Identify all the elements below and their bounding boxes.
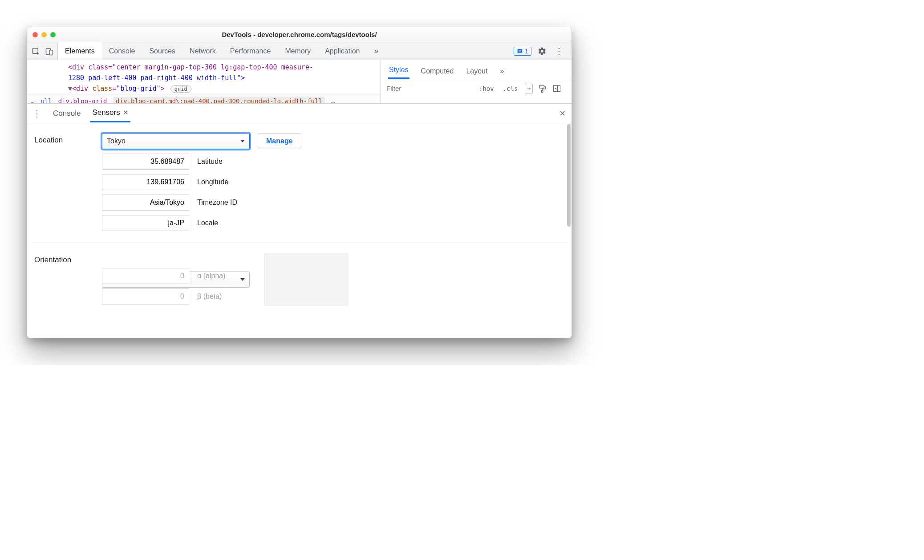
orientation-section: Orientation Off α (alpha) β (beta) xyxy=(34,253,567,304)
svg-rect-4 xyxy=(519,51,521,51)
locale-input[interactable] xyxy=(102,215,189,231)
tab-elements[interactable]: Elements xyxy=(58,42,102,60)
new-style-rule-button[interactable]: + xyxy=(525,84,533,93)
styles-toolbar: :hov .cls + xyxy=(381,79,571,97)
close-tab-icon[interactable]: ✕ xyxy=(123,109,129,117)
window-minimize-button[interactable] xyxy=(41,32,47,37)
tab-performance[interactable]: Performance xyxy=(223,42,278,60)
window-zoom-button[interactable] xyxy=(50,32,56,37)
locale-label: Locale xyxy=(197,219,218,227)
svg-rect-6 xyxy=(540,85,544,88)
timezone-label: Timezone ID xyxy=(197,199,237,207)
tab-console[interactable]: Console xyxy=(102,42,142,60)
titlebar: DevTools - developer.chrome.com/tags/dev… xyxy=(27,27,571,42)
styles-tabs-overflow[interactable]: » xyxy=(499,64,505,79)
styles-pane: Styles Computed Layout » :hov .cls + xyxy=(381,60,571,103)
tab-application[interactable]: Application xyxy=(318,42,367,60)
issues-count: 1 xyxy=(525,48,528,55)
breadcrumb-item[interactable]: div.blog-grid xyxy=(58,97,107,104)
breadcrumb-item-selected[interactable]: div.blog-card.md\:pad-400.pad-300.rounde… xyxy=(113,97,325,104)
location-label: Location xyxy=(34,133,84,231)
breadcrumb: … ull div.blog-grid div.blog-card.md\:pa… xyxy=(27,94,381,103)
window-traffic-lights xyxy=(32,32,56,37)
drawer-tab-console[interactable]: Console xyxy=(51,105,82,122)
scrollbar-thumb[interactable] xyxy=(567,124,571,227)
styles-tab-styles[interactable]: Styles xyxy=(388,62,409,79)
styles-filter-input[interactable] xyxy=(385,83,472,94)
svg-rect-7 xyxy=(542,90,543,92)
longitude-input[interactable] xyxy=(102,174,189,190)
settings-icon[interactable] xyxy=(538,47,547,56)
manage-locations-button[interactable]: Manage xyxy=(258,133,301,149)
breadcrumb-overflow-left[interactable]: … xyxy=(31,97,34,104)
toolbar-right: 1 ⋮ xyxy=(507,42,571,60)
tab-network[interactable]: Network xyxy=(182,42,223,60)
window-title: DevTools - developer.chrome.com/tags/dev… xyxy=(27,31,571,38)
breadcrumb-item[interactable]: ull xyxy=(41,97,52,104)
main-tabs-overflow[interactable]: » xyxy=(367,42,385,60)
devtools-window: DevTools - developer.chrome.com/tags/dev… xyxy=(27,27,572,338)
tab-sources[interactable]: Sources xyxy=(142,42,182,60)
longitude-label: Longitude xyxy=(197,178,228,186)
styles-tabs: Styles Computed Layout » xyxy=(381,60,571,79)
drawer-tab-sensors[interactable]: Sensors ✕ xyxy=(90,104,130,122)
latitude-label: Latitude xyxy=(197,158,223,166)
breadcrumb-overflow-right[interactable]: … xyxy=(331,97,335,104)
dom-tree[interactable]: <div class="center margin-gap-top-300 lg… xyxy=(27,60,381,94)
issues-icon xyxy=(517,48,523,54)
hov-toggle[interactable]: :hov xyxy=(477,84,496,93)
tab-memory[interactable]: Memory xyxy=(278,42,318,60)
grid-badge[interactable]: grid xyxy=(170,85,191,93)
chevron-down-icon xyxy=(240,140,245,142)
main-tabs: Elements Console Sources Network Perform… xyxy=(58,42,507,60)
alpha-input xyxy=(102,268,189,284)
location-preset-select[interactable]: Tokyo xyxy=(102,133,250,149)
device-toggle-icon[interactable] xyxy=(45,47,53,55)
window-close-button[interactable] xyxy=(32,32,38,37)
location-section: Location Tokyo Manage Latitude Longitude xyxy=(34,133,567,231)
svg-rect-8 xyxy=(554,85,560,91)
styles-tab-computed[interactable]: Computed xyxy=(420,64,455,79)
beta-label: β (beta) xyxy=(197,292,222,300)
issues-badge[interactable]: 1 xyxy=(514,47,531,56)
cls-toggle[interactable]: .cls xyxy=(501,84,520,93)
orientation-label: Orientation xyxy=(34,253,84,304)
svg-rect-5 xyxy=(519,52,520,52)
inspect-toolgroup xyxy=(27,42,58,60)
inspect-element-icon[interactable] xyxy=(32,47,40,55)
elements-pane: <div class="center margin-gap-top-300 lg… xyxy=(27,60,381,103)
more-menu-icon[interactable]: ⋮ xyxy=(553,46,565,57)
svg-rect-3 xyxy=(519,50,521,50)
computed-sidebar-toggle-icon[interactable] xyxy=(552,84,561,93)
drawer-tabstrip: ⋮ Console Sensors ✕ × xyxy=(27,104,571,123)
drawer-more-icon[interactable]: ⋮ xyxy=(31,108,43,119)
styles-tab-layout[interactable]: Layout xyxy=(465,64,488,79)
svg-rect-2 xyxy=(49,50,53,55)
latitude-input[interactable] xyxy=(102,154,189,170)
beta-input xyxy=(102,288,189,304)
sensors-panel: Location Tokyo Manage Latitude Longitude xyxy=(27,123,571,338)
panels-split: <div class="center margin-gap-top-300 lg… xyxy=(27,60,571,104)
main-tabstrip: Elements Console Sources Network Perform… xyxy=(27,42,571,60)
alpha-label: α (alpha) xyxy=(197,272,226,280)
section-divider xyxy=(32,243,567,243)
drawer-close-button[interactable]: × xyxy=(559,108,565,119)
paint-icon[interactable] xyxy=(538,84,547,93)
timezone-input[interactable] xyxy=(102,195,189,211)
